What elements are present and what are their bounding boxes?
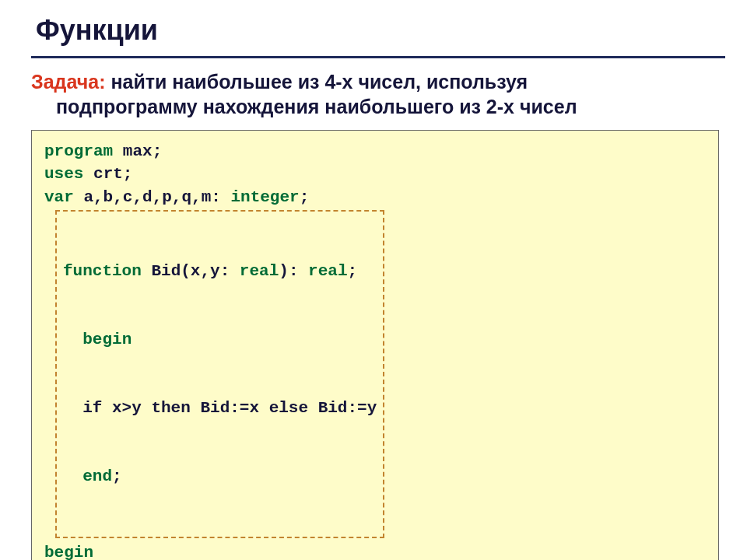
var-semi: ; (300, 188, 310, 206)
program-name: max; (113, 142, 162, 160)
kw-begin-fn: begin (82, 331, 132, 348)
kw-var: var (44, 188, 74, 206)
kw-function: function (63, 262, 142, 280)
slide: Функции Задача: найти наибольшее из 4-х … (0, 0, 747, 560)
function-box: function Bid(x,y: real): real; begin if … (55, 210, 384, 537)
title-underline (31, 56, 725, 58)
kw-end-fn: end (82, 467, 112, 485)
kw-uses: uses (44, 165, 83, 183)
fn-sig-semi: ; (348, 262, 358, 280)
code-line-fn-end: end; (63, 465, 377, 488)
fn-end-semi: ; (112, 467, 122, 485)
task-statement: Задача: найти наибольшее из 4-х чисел, и… (31, 69, 725, 119)
kw-program: program (44, 142, 113, 160)
task-label: Задача: (31, 71, 105, 93)
code-line-uses: uses crt; (44, 163, 706, 185)
kw-begin-main: begin (44, 544, 93, 560)
code-line-fn-body: if x>y then Bid:=x else Bid:=y (63, 397, 377, 419)
code-line-fn-begin: begin (63, 328, 377, 351)
code-line-fn-sig: function Bid(x,y: real): real; (63, 260, 377, 282)
uses-value: crt; (83, 165, 132, 183)
code-block: program max; uses crt; var a,b,c,d,p,q,m… (31, 130, 719, 560)
var-names: a,b,c,d,p,q,m: (74, 188, 231, 206)
task-text-line1: найти наибольшее из 4-х чисел, используя (105, 71, 528, 93)
kw-integer: integer (230, 188, 299, 206)
fn-sig-1: Bid(x,y: (142, 262, 240, 280)
kw-real-1: real (240, 262, 279, 280)
code-line-var: var a,b,c,d,p,q,m: integer; (44, 186, 706, 208)
code-line-program: program max; (44, 140, 706, 163)
page-title: Функции (36, 14, 725, 47)
code-line-begin: begin (44, 541, 706, 560)
task-text-line2: подпрограмму нахождения наибольшего из 2… (31, 94, 725, 119)
fn-sig-2: ): (279, 262, 308, 280)
kw-real-2: real (308, 262, 347, 280)
